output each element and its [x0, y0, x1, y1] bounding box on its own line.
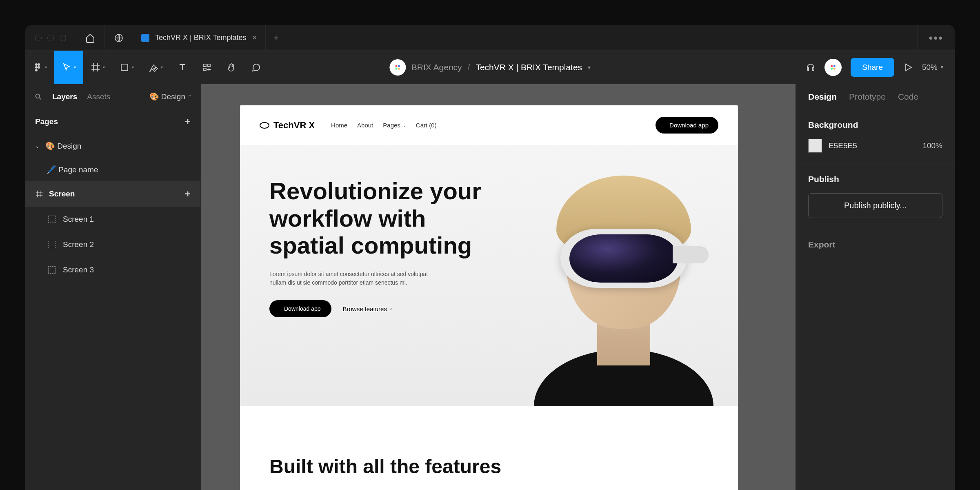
left-panel-tabs: Layers Assets 🎨 Design ⌃	[25, 84, 200, 109]
color-swatch[interactable]	[808, 139, 822, 153]
breadcrumb-team[interactable]: BRIX Agency	[411, 62, 462, 72]
publish-title: Publish	[808, 174, 942, 184]
mock-nav-links: Home About Pages ⌄ Cart (0)	[331, 122, 437, 129]
layer-item-screen-3[interactable]: Screen 3	[25, 257, 200, 283]
layer-item-screen-2[interactable]: Screen 2	[25, 232, 200, 257]
mock-logo: TechVR X	[260, 120, 315, 131]
export-title: Export	[808, 240, 942, 249]
chevron-down-icon[interactable]: ▾	[588, 64, 591, 71]
chevron-down-icon: ▾	[45, 65, 47, 69]
frame-tool-button[interactable]: ▾	[83, 51, 112, 84]
square-icon	[120, 62, 129, 72]
prototype-tab[interactable]: Prototype	[849, 92, 886, 102]
page-item-page-name[interactable]: 🖊️ Page name	[25, 158, 200, 181]
layer-label: Screen 1	[63, 215, 94, 224]
file-tab[interactable]: TechVR X | BRIX Templates ✕	[133, 25, 266, 51]
add-screen-button[interactable]: +	[185, 188, 191, 200]
chevron-down-icon: ⌄	[403, 123, 406, 127]
chevron-down-icon: ▾	[161, 65, 163, 69]
main-menu-button[interactable]: ▾	[25, 51, 54, 84]
resources-button[interactable]	[195, 51, 219, 84]
hand-tool-button[interactable]	[219, 51, 244, 84]
section-icon	[48, 216, 56, 223]
comment-icon	[251, 62, 261, 72]
screen-section-label: Screen	[49, 189, 75, 198]
present-button[interactable]	[903, 62, 913, 72]
window-menu-button[interactable]: •••	[917, 25, 955, 51]
maximize-window-button[interactable]	[60, 35, 66, 41]
section-icon	[48, 266, 56, 274]
close-tab-button[interactable]: ✕	[252, 34, 257, 42]
publish-publicly-button[interactable]: Publish publicly...	[808, 193, 942, 218]
play-icon	[903, 62, 913, 72]
traffic-lights	[25, 35, 76, 41]
move-tool-button[interactable]: ▾	[54, 51, 83, 84]
color-opacity[interactable]: 100%	[922, 141, 942, 150]
mock-cta-browse: Browse features ›	[343, 305, 392, 312]
svg-rect-3	[35, 66, 38, 69]
mock-features-section: Built with all the features	[240, 406, 738, 490]
headphones-icon	[806, 62, 816, 72]
design-frame[interactable]: TechVR X Home About Pages ⌄ Cart (0) Dow…	[240, 105, 738, 490]
audio-button[interactable]	[806, 62, 816, 72]
publish-section: Publish Publish publicly...	[796, 164, 955, 229]
svg-point-16	[831, 67, 833, 69]
search-icon[interactable]	[34, 93, 42, 101]
background-title: Background	[808, 120, 942, 130]
svg-rect-9	[204, 68, 206, 71]
svg-rect-5	[35, 69, 38, 71]
comment-tool-button[interactable]	[244, 51, 268, 84]
app-window: TechVR X | BRIX Templates ✕ + ••• ▾ ▾ ▾ …	[25, 25, 955, 490]
background-color-row[interactable]: E5E5E5 100%	[808, 139, 942, 153]
svg-point-12	[395, 67, 397, 69]
design-page-dropdown[interactable]: 🎨 Design ⌃	[149, 92, 191, 101]
zoom-level: 50%	[922, 63, 938, 72]
add-page-button[interactable]: +	[185, 116, 191, 127]
mock-hero: Revolutionize your workflow with spatial…	[240, 145, 738, 406]
screen-section-header[interactable]: Screen +	[25, 181, 200, 207]
export-section[interactable]: Export	[796, 229, 955, 261]
minimize-window-button[interactable]	[47, 35, 54, 41]
cursor-icon	[62, 62, 71, 72]
svg-rect-6	[121, 64, 128, 71]
close-window-button[interactable]	[35, 35, 42, 41]
toolbar-right: Share 50% ▾	[806, 58, 955, 77]
design-tab[interactable]: Design	[808, 92, 837, 102]
mock-nav-home: Home	[331, 122, 347, 129]
new-tab-button[interactable]: +	[266, 25, 286, 51]
zoom-dropdown[interactable]: 50% ▾	[922, 63, 943, 72]
chevron-down-icon: ▾	[74, 65, 76, 69]
hand-icon	[227, 62, 236, 72]
breadcrumb-file[interactable]: TechVR X | BRIX Templates	[476, 62, 582, 72]
globe-icon	[114, 33, 124, 43]
text-tool-button[interactable]	[170, 51, 195, 84]
user-avatar[interactable]	[824, 59, 842, 76]
mock-vr-goggles	[560, 229, 687, 288]
code-tab[interactable]: Code	[898, 92, 918, 102]
page-item-label: 🖊️ Page name	[47, 165, 98, 174]
community-button[interactable]	[104, 25, 133, 51]
color-hex[interactable]: E5E5E5	[829, 141, 857, 150]
pages-label: Pages	[35, 117, 58, 126]
canvas[interactable]: TechVR X Home About Pages ⌄ Cart (0) Dow…	[201, 84, 796, 490]
layer-item-screen-1[interactable]: Screen 1	[25, 207, 200, 232]
svg-point-10	[395, 65, 397, 67]
layers-tab[interactable]: Layers	[52, 92, 77, 101]
share-button[interactable]: Share	[851, 58, 894, 77]
svg-point-15	[833, 65, 836, 67]
team-avatar[interactable]	[389, 59, 406, 76]
page-item-design[interactable]: ⌄ 🎨 Design	[25, 134, 200, 158]
mock-hero-ctas: Download app Browse features ›	[269, 300, 490, 317]
svg-rect-4	[38, 66, 40, 69]
svg-point-13	[398, 67, 400, 69]
mock-download-app-button: Download app	[656, 117, 718, 134]
svg-point-18	[36, 94, 40, 98]
pen-tool-button[interactable]: ▾	[141, 51, 170, 84]
chevron-down-icon: ▾	[132, 65, 134, 69]
shape-tool-button[interactable]: ▾	[112, 51, 141, 84]
mock-hero-title: Revolutionize your workflow with spatial…	[269, 178, 490, 259]
pen-icon	[149, 62, 158, 72]
svg-rect-7	[204, 64, 206, 67]
assets-tab[interactable]: Assets	[87, 92, 110, 101]
home-button[interactable]	[76, 25, 104, 51]
